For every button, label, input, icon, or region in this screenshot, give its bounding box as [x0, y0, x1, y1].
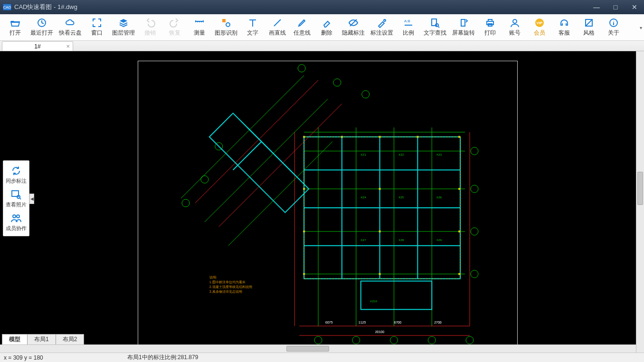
folder-open-icon	[10, 18, 20, 28]
cad-drawing: KZ1KZ2KZ3 KZ4KZ5KZ6 KZ7KZ8KZ9 KZ10 说明: 1…	[138, 61, 517, 345]
svg-text:KZ4: KZ4	[361, 196, 367, 199]
svg-rect-71	[417, 136, 418, 138]
delete-button[interactable]: 删除	[314, 15, 339, 40]
support-button[interactable]: 客服	[552, 15, 577, 40]
measure-button[interactable]: 测量	[187, 15, 212, 40]
annotation-ratio: 布局1中的标注比例:281.879	[127, 353, 198, 362]
drawing-canvas[interactable]: KZ1KZ2KZ3 KZ4KZ5KZ6 KZ7KZ8KZ9 KZ10 说明: 1…	[0, 51, 644, 353]
svg-point-52	[201, 176, 208, 183]
layout-tab-1[interactable]: 布局1	[27, 334, 56, 344]
svg-text:KZ8: KZ8	[399, 239, 405, 241]
close-button[interactable]: ✕	[625, 0, 644, 14]
undo-button[interactable]: 撤销	[138, 15, 162, 40]
toolbar-label: 快看云盘	[59, 29, 82, 37]
svg-text:KZ7: KZ7	[361, 239, 367, 241]
ruler-icon	[194, 18, 205, 28]
svg-rect-76	[303, 231, 305, 232]
maximize-button[interactable]: □	[606, 0, 625, 14]
svg-point-2	[226, 23, 230, 27]
window-button[interactable]: 窗口	[85, 15, 109, 40]
file-tab-label: 1#	[34, 43, 40, 50]
toolbar-label: 测量	[194, 29, 205, 37]
toolbar-label: 恢复	[169, 29, 180, 37]
account-button[interactable]: 账号	[502, 15, 527, 40]
svg-point-44	[390, 336, 398, 344]
drawing-frame: KZ1KZ2KZ3 KZ4KZ5KZ6 KZ7KZ8KZ9 KZ10 说明: 1…	[138, 61, 518, 345]
svg-point-48	[333, 79, 341, 86]
svg-text:20100: 20100	[375, 330, 385, 334]
vip-button[interactable]: VIP 会员	[527, 15, 552, 40]
toolbar-label: 账号	[509, 29, 521, 37]
svg-line-36	[205, 99, 328, 222]
svg-text:KZ5: KZ5	[399, 196, 405, 199]
horizontal-scrollbar[interactable]	[0, 344, 636, 353]
scroll-thumb[interactable]	[637, 172, 643, 205]
svg-rect-79	[303, 273, 305, 275]
scroll-thumb[interactable]	[286, 346, 329, 352]
layout-tab-label: 布局2	[63, 336, 77, 343]
open-button[interactable]: 打开	[3, 15, 28, 40]
find-text-button[interactable]: 文字查找	[421, 15, 449, 40]
side-panel-collapse-button[interactable]: ◀	[29, 194, 34, 204]
toolbar-label: 关于	[608, 29, 619, 37]
svg-rect-7	[461, 19, 465, 26]
toolbar-label: 打印	[484, 29, 496, 37]
scale-button[interactable]: A:B 比例	[396, 15, 421, 40]
status-bar: x = 309 y = 180 布局1中的标注比例:281.879	[0, 353, 644, 362]
toolbar-label: 屏幕旋转	[452, 29, 475, 37]
toolbar-label: 窗口	[91, 29, 103, 37]
cloud-disk-button[interactable]: 快看云盘	[56, 15, 85, 40]
vertical-scrollbar[interactable]	[636, 51, 644, 353]
toolbar-overflow-caret[interactable]: ▾	[640, 25, 642, 30]
eraser-icon	[322, 18, 332, 28]
printer-icon	[485, 18, 495, 28]
annotation-setting-button[interactable]: 标注设置	[368, 15, 396, 40]
undo-icon	[145, 18, 155, 28]
toolbar-label: 标注设置	[370, 29, 393, 37]
svg-point-39	[471, 185, 478, 193]
layout-tab-model[interactable]: 模型	[2, 334, 28, 344]
side-label: 同步标注	[6, 177, 27, 185]
svg-text:2.混凝土强度等级见结构说明: 2.混凝土强度等级见结构说明	[209, 285, 252, 288]
svg-marker-60	[209, 113, 309, 213]
rotate-icon	[458, 18, 469, 28]
svg-rect-78	[458, 231, 460, 232]
free-line-button[interactable]: 任意线	[290, 15, 314, 40]
svg-point-18	[13, 215, 16, 218]
cursor-coordinates: x = 309 y = 180	[4, 354, 127, 361]
shape-recognize-button[interactable]: 图形识别	[212, 15, 240, 40]
user-icon	[510, 18, 520, 28]
hide-annotation-button[interactable]: 隐藏标注	[339, 15, 368, 40]
file-tab[interactable]: 1# ×	[2, 41, 73, 51]
layout-tab-2[interactable]: 布局2	[56, 334, 85, 344]
sync-annotation-button[interactable]: 同步标注	[4, 163, 28, 186]
style-button[interactable]: 风格	[577, 15, 601, 40]
svg-text:VIP: VIP	[537, 21, 543, 25]
svg-line-37	[228, 141, 332, 245]
text-button[interactable]: 文字	[240, 15, 265, 40]
toolbar-label: 任意线	[294, 29, 311, 37]
recent-open-button[interactable]: 最近打开	[28, 15, 56, 40]
redo-button[interactable]: 恢复	[162, 15, 187, 40]
pen-gear-icon	[377, 18, 387, 28]
toolbar-label: 图层管理	[112, 29, 135, 37]
svg-text:8700: 8700	[394, 321, 402, 324]
ratio-icon: A:B	[403, 18, 414, 28]
print-button[interactable]: 打印	[478, 15, 502, 40]
view-photos-button[interactable]: 查看照片	[4, 186, 28, 210]
svg-text:KZ6: KZ6	[436, 196, 442, 199]
text-icon	[247, 18, 258, 28]
headset-icon	[559, 18, 569, 28]
close-tab-icon[interactable]: ×	[66, 43, 70, 50]
window-title: CAD快速看图 - 1#.dwg	[14, 3, 587, 11]
file-tab-strip: 1# ×	[0, 41, 644, 51]
toolbar-label: 文字查找	[424, 29, 446, 37]
draw-line-button[interactable]: 画直线	[265, 15, 290, 40]
about-button[interactable]: 关于	[601, 15, 626, 40]
canvas-area: 同步标注 查看照片 成员协作 ◀	[0, 51, 644, 353]
member-collab-button[interactable]: 成员协作	[4, 210, 28, 234]
minimize-button[interactable]: —	[587, 0, 606, 14]
rotate-screen-button[interactable]: 屏幕旋转	[449, 15, 478, 40]
layer-manage-button[interactable]: 图层管理	[109, 15, 138, 40]
svg-point-41	[471, 270, 478, 278]
